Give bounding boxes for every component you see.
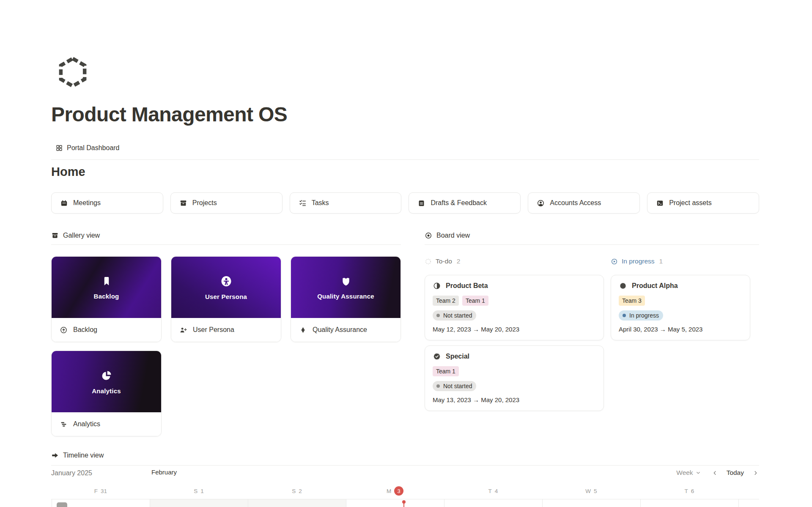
vertical-gridline: [738, 499, 739, 507]
nav-button-accounts-access[interactable]: Accounts Access: [528, 192, 640, 214]
filled-circle-icon: [619, 282, 627, 290]
board-column-header-in-progress[interactable]: In progress 1: [611, 256, 750, 267]
timeline-controls: Week Today: [676, 469, 758, 477]
status-badge: In progress: [619, 310, 663, 321]
day-label: T4: [444, 485, 542, 496]
timeline-grid: [51, 499, 759, 507]
half-circle-icon: [433, 282, 441, 290]
chevron-down-icon: [696, 470, 701, 475]
verified-badge-icon: [433, 352, 441, 361]
timeline-view-toggle[interactable]: Timeline view: [51, 450, 759, 460]
card-title: Quality Assurance: [313, 326, 367, 334]
board-card-product-beta[interactable]: Product Beta Team 2 Team 1 Not started M…: [425, 275, 604, 340]
date-range: May 13, 2023 → May 20, 2023: [433, 396, 596, 403]
gallery-card-quality-assurance[interactable]: Quality Assurance Quality Assurance: [291, 256, 401, 342]
zoom-level-dropdown[interactable]: Week: [676, 469, 700, 477]
vertical-gridline: [444, 499, 444, 507]
day-label-today: M3: [346, 485, 444, 496]
page-icon[interactable]: [56, 56, 89, 89]
nav-button-projects[interactable]: Projects: [170, 192, 283, 214]
gallery-view-toggle[interactable]: Gallery view: [51, 230, 401, 241]
nav-button-label: Meetings: [73, 199, 101, 207]
board-card-product-alpha[interactable]: Product Alpha Team 3 In progress April 3…: [611, 275, 750, 340]
timeline-view-label: Timeline view: [63, 452, 104, 459]
nav-button-label: Accounts Access: [550, 199, 601, 207]
checklist-icon: [299, 199, 307, 207]
today-marker-line: [403, 502, 404, 507]
nav-button-drafts-feedback[interactable]: Drafts & Feedback: [409, 192, 521, 214]
day-label: T6: [640, 485, 738, 496]
nav-button-project-assets[interactable]: Project assets: [647, 192, 759, 214]
archive-box-icon: [51, 232, 59, 239]
notepad-icon: [417, 199, 425, 207]
divider: [51, 465, 759, 466]
board-view-label: Board view: [436, 232, 470, 239]
arrow-up-circle-icon: [60, 326, 68, 334]
timeline-view-section: Timeline view January 2025 February Week…: [51, 450, 759, 507]
card-title: Analytics: [73, 420, 100, 428]
tag: Team 2: [433, 296, 459, 306]
day-label: F31: [52, 485, 150, 496]
divider: [51, 159, 759, 160]
breadcrumb-label: Portal Dashboard: [67, 144, 120, 152]
archive-box-icon: [179, 199, 187, 207]
card-cover: Backlog: [52, 257, 161, 318]
board-column-todo: To-do 2 Product Beta Team 2 Team 1 Not s…: [425, 256, 604, 416]
board-column-header-todo[interactable]: To-do 2: [425, 256, 604, 267]
today-badge: 3: [394, 486, 403, 496]
gallery-card-user-persona[interactable]: User Persona User Persona: [171, 256, 281, 342]
column-name: To-do: [436, 258, 452, 265]
gallery-card-backlog[interactable]: Backlog Backlog: [51, 256, 162, 342]
gallery-view-label: Gallery view: [63, 232, 100, 239]
gallery-card-analytics[interactable]: Analytics Analytics: [51, 351, 162, 436]
board-view-toggle[interactable]: Board view: [425, 230, 759, 241]
status-dot-icon: [436, 314, 440, 317]
dashed-circle-icon: [425, 258, 432, 265]
card-cover: Quality Assurance: [291, 257, 401, 318]
card-title: Product Alpha: [632, 282, 678, 290]
vertical-gridline: [346, 499, 346, 507]
tab-portal-dashboard[interactable]: Portal Dashboard: [55, 143, 120, 153]
nav-button-tasks[interactable]: Tasks: [290, 192, 402, 214]
pie-chart-icon: [100, 369, 113, 382]
card-cover: Analytics: [52, 351, 161, 412]
month-label: January 2025: [51, 469, 92, 477]
arrow-right-icon: [51, 452, 59, 459]
tag: Team 1: [433, 366, 459, 376]
nav-button-label: Drafts & Feedback: [431, 199, 487, 207]
column-name: In progress: [622, 258, 655, 265]
today-button[interactable]: Today: [727, 469, 744, 477]
nav-button-meetings[interactable]: Meetings: [51, 192, 163, 214]
hexagon-dashed-icon: [56, 56, 89, 89]
person-add-icon: [179, 326, 187, 334]
calendar-icon: [60, 199, 68, 207]
shield-icon: [340, 275, 352, 287]
cover-label: Quality Assurance: [317, 293, 374, 300]
day-label: S1: [150, 485, 248, 496]
column-count: 1: [659, 258, 663, 265]
board-card-special[interactable]: Special Team 1 Not started May 13, 2023 …: [425, 345, 604, 411]
bookmark-icon: [101, 275, 112, 287]
status-badge: Not started: [433, 381, 476, 391]
status-dot-icon: [436, 384, 440, 388]
date-range: April 30, 2023 → May 5, 2023: [619, 326, 742, 333]
card-title: Special: [446, 353, 469, 360]
vertical-gridline: [52, 499, 52, 507]
vertical-gridline: [640, 499, 641, 507]
date-range: May 12, 2023 → May 20, 2023: [433, 326, 596, 333]
column-count: 2: [457, 258, 461, 265]
nav-button-label: Tasks: [312, 199, 329, 207]
cover-label: Backlog: [94, 293, 119, 300]
gallery-view-section: Gallery view Backlog Backlog: [51, 230, 401, 436]
chevron-right-icon[interactable]: [753, 470, 758, 476]
day-label: W5: [542, 485, 640, 496]
day-label: S2: [248, 485, 346, 496]
chevron-left-icon[interactable]: [712, 470, 718, 476]
vertical-gridline: [248, 499, 248, 507]
timeline-item-icon: [57, 502, 67, 507]
card-title: Product Beta: [446, 282, 488, 290]
timeline-day-labels: F31 S1 S2 M3 T4 W5 T6: [51, 485, 759, 496]
quick-links-row: Meetings Projects Tasks Drafts & Feedbac…: [51, 192, 759, 214]
card-title: Backlog: [73, 326, 97, 334]
target-icon: [425, 232, 432, 239]
